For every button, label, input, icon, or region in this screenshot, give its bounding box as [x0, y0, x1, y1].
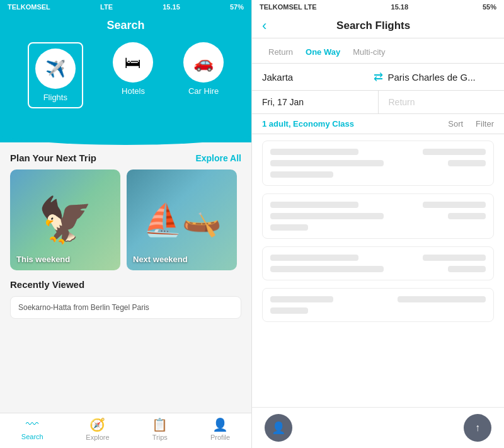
right-battery: 55% — [483, 3, 496, 11]
nav-explore-label: Explore — [86, 434, 109, 441]
tab-multi-city[interactable]: Multi-city — [346, 45, 391, 59]
right-header-title: Search Flights — [272, 20, 475, 32]
profile-nav-icon: 👤 — [212, 417, 228, 432]
skel-1-1 — [270, 149, 358, 155]
left-panel: TELKOMSEL LTE 15.15 57% Search ✈️ Flight… — [0, 0, 252, 448]
left-time: 15.15 — [163, 3, 180, 11]
skel-2-5 — [270, 224, 308, 231]
fab-share-icon: ↑ — [475, 422, 480, 434]
trip-card-this-weekend[interactable]: 🦅 This weekend — [10, 169, 120, 270]
this-weekend-label: This weekend — [16, 255, 70, 264]
category-hotels[interactable]: 🛏 Hotels — [113, 42, 153, 108]
left-network: LTE — [100, 3, 113, 11]
departure-date: Fri, 17 Jan — [262, 97, 304, 107]
skeleton-results — [252, 134, 504, 407]
section-header: Plan Your Next Trip Explore All — [0, 142, 251, 169]
return-placeholder: Return — [389, 97, 415, 107]
skel-4-3 — [270, 307, 308, 314]
departure-date-cell[interactable]: Fri, 17 Jan — [252, 91, 379, 113]
left-carrier: TELKOMSEL — [8, 3, 50, 11]
skel-2-4 — [448, 213, 486, 219]
back-button[interactable]: ‹ — [262, 19, 266, 33]
fab-user-icon: 👤 — [272, 421, 285, 435]
skel-2-3 — [270, 213, 384, 219]
bottom-nav: 〰 Search 🧭 Explore 📋 Trips 👤 Profile — [0, 413, 251, 448]
skel-4-1 — [270, 296, 333, 302]
passengers-label[interactable]: 1 adult, Economy Class — [262, 119, 448, 129]
search-nav-icon: 〰 — [26, 417, 38, 432]
nav-search[interactable]: 〰 Search — [21, 417, 43, 442]
wave-separator — [0, 127, 251, 142]
trip-card-next-weekend[interactable]: ⛵🛶 Next weekend — [127, 169, 237, 270]
car-hire-icon: 🚗 — [193, 53, 214, 72]
hotels-icon-circle: 🛏 — [113, 42, 153, 83]
right-bottom-actions: 👤 ↑ — [252, 407, 504, 448]
left-body: Plan Your Next Trip Explore All 🦅 This w… — [0, 142, 251, 413]
skeleton-card-3 — [262, 246, 494, 280]
return-date-cell[interactable]: Return — [379, 91, 505, 113]
skel-2-2 — [423, 202, 486, 208]
skel-3-1 — [270, 255, 358, 261]
nav-trips[interactable]: 📋 Trips — [152, 417, 168, 442]
recently-viewed-section: Recently Viewed Soekarno-Hatta from Berl… — [0, 270, 251, 324]
right-carrier: TELKOMSEL LTE — [260, 3, 317, 11]
skel-3-3 — [270, 266, 384, 272]
nav-trips-label: Trips — [152, 434, 168, 441]
left-header-title: Search — [106, 19, 144, 32]
filter-actions: Sort Filter — [448, 119, 494, 129]
hotels-label: Hotels — [122, 86, 145, 96]
left-header: Search — [0, 14, 251, 32]
right-header: ‹ Search Flights — [252, 14, 504, 38]
left-status-bar: TELKOMSEL LTE 15.15 57% — [0, 0, 251, 14]
section-title: Plan Your Next Trip — [10, 152, 96, 163]
date-row: Fri, 17 Jan Return — [252, 91, 504, 114]
right-time: 15.18 — [391, 3, 409, 11]
origin-city[interactable]: Jakarta — [262, 72, 369, 83]
swap-icon[interactable]: ⇄ — [374, 70, 383, 84]
filter-button[interactable]: Filter — [476, 119, 494, 129]
trips-nav-icon: 📋 — [152, 417, 168, 432]
nav-search-label: Search — [21, 433, 43, 440]
skeleton-card-1 — [262, 141, 494, 186]
car-hire-label: Car Hire — [188, 86, 219, 96]
category-car-hire[interactable]: 🚗 Car Hire — [183, 42, 224, 108]
recent-item[interactable]: Soekarno-Hatta from Berlin Tegel Paris — [10, 296, 241, 319]
car-hire-icon-circle: 🚗 — [183, 42, 224, 83]
destination-city[interactable]: Paris Charles de G... — [388, 72, 495, 83]
skel-1-2 — [423, 149, 486, 155]
category-flights[interactable]: ✈️ Flights — [28, 42, 83, 108]
left-battery: 57% — [230, 3, 244, 11]
right-status-bar: TELKOMSEL LTE 15.18 55% — [252, 0, 504, 14]
route-row: Jakarta ⇄ Paris Charles de G... — [252, 64, 504, 91]
skel-3-2 — [423, 255, 486, 261]
skel-2-1 — [270, 202, 358, 208]
flights-label: Flights — [43, 93, 67, 102]
nav-profile[interactable]: 👤 Profile — [210, 417, 230, 442]
flights-icon-circle: ✈️ — [35, 49, 76, 89]
left-hero: ✈️ Flights 🛏 Hotels 🚗 Car Hire — [0, 32, 251, 127]
filter-bar: 1 adult, Economy Class Sort Filter — [252, 114, 504, 134]
trip-cards-row: 🦅 This weekend ⛵🛶 Next weekend — [0, 169, 251, 270]
sort-button[interactable]: Sort — [448, 119, 463, 129]
skel-3-4 — [448, 266, 486, 272]
explore-nav-icon: 🧭 — [89, 417, 105, 432]
skel-1-3 — [270, 160, 384, 166]
next-weekend-label: Next weekend — [133, 255, 188, 264]
skel-1-5 — [270, 171, 333, 178]
flights-icon: ✈️ — [45, 59, 66, 79]
right-panel: TELKOMSEL LTE 15.18 55% ‹ Search Flights… — [252, 0, 504, 448]
nav-explore[interactable]: 🧭 Explore — [86, 417, 109, 442]
fab-user-button[interactable]: 👤 — [265, 414, 292, 442]
skel-4-2 — [398, 296, 486, 302]
skel-1-4 — [448, 160, 486, 166]
recently-viewed-title: Recently Viewed — [10, 279, 241, 290]
hotels-icon: 🛏 — [125, 53, 141, 72]
explore-all-link[interactable]: Explore All — [195, 153, 241, 163]
trip-type-tabs: Return One Way Multi-city — [252, 38, 504, 64]
tab-one-way[interactable]: One Way — [299, 45, 346, 59]
skeleton-card-4 — [262, 288, 494, 322]
fab-share-button[interactable]: ↑ — [464, 414, 491, 442]
tab-return[interactable]: Return — [262, 45, 299, 59]
nav-profile-label: Profile — [210, 434, 230, 441]
skeleton-card-2 — [262, 193, 494, 239]
